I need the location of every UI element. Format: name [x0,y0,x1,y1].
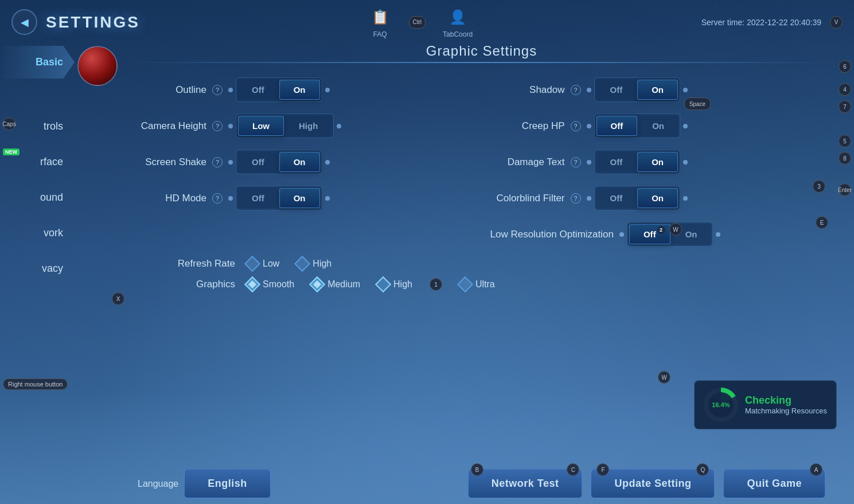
bottom-bar: Language English Network Test B C Update… [126,463,837,504]
colorblind-filter-on-btn[interactable]: On [637,188,678,208]
sidebar: Basic Caps trols NEW rface ound vork vac… [0,40,75,291]
camera-height-help[interactable]: ? [212,121,223,131]
checking-sublabel: Matchmaking Resources [745,407,827,415]
avatar [77,46,118,86]
low-res-setting: Low Resolution Optimization Of2f On E [490,222,832,247]
hd-mode-setting: HD Mode ? Off On [132,186,473,210]
sidebar-item-sound[interactable]: ound [0,181,75,214]
tabcoord-button[interactable]: 👤 TabCoord [443,6,473,38]
hd-mode-label: HD Mode [132,193,206,204]
graphics-medium-option[interactable]: Medium [311,279,360,290]
kbd-6: 6 [839,60,851,73]
graphics-label: Graphics [132,279,235,290]
camera-height-toggle-group: Low High [236,114,334,138]
hd-mode-on-btn[interactable]: On [279,188,320,208]
hd-mode-toggle: Off On [228,186,330,210]
colorblind-filter-help[interactable]: ? [571,193,581,204]
graphics-smooth-diamond [244,276,260,292]
refresh-low-diamond [244,256,260,272]
network-test-button[interactable]: Network Test [468,469,583,498]
refresh-rate-setting: Refresh Rate Low High W [126,247,837,275]
shadow-on-btn[interactable]: On [637,80,678,100]
update-setting-button[interactable]: Update Setting [591,469,715,498]
damage-text-setting: Damage Text ? Off On [490,150,832,174]
settings-grid: Outline ? Off On Shadow ? [126,77,837,247]
refresh-high-diamond [294,256,310,272]
shadow-help[interactable]: ? [571,85,581,95]
refresh-low-option[interactable]: Low [247,258,279,269]
sidebar-item-basic[interactable]: Basic [0,46,75,79]
shadow-off-btn[interactable]: Off [596,80,637,100]
hd-mode-help[interactable]: ? [212,193,223,204]
graphics-selector: Smooth Medium High 1 Ultra [247,278,495,291]
screen-shake-on-btn[interactable]: On [279,152,320,172]
screen-shake-toggle-group: Off On [236,150,322,174]
header: ◀ SETTINGS 📋 FAQ Ctrl 👤 TabCoord Server … [0,0,854,44]
progress-ring: 16.4% [704,388,738,422]
damage-text-toggle-group: Off On [594,150,681,174]
kbd-1: 1 [430,278,442,291]
faq-button[interactable]: 📋 FAQ [369,6,392,38]
outline-setting: Outline ? Off On [132,77,473,102]
refresh-high-option[interactable]: High [297,258,332,269]
graphics-smooth-option[interactable]: Smooth [247,279,294,290]
graphics-high-option[interactable]: High [377,279,412,290]
damage-text-on-btn[interactable]: On [637,152,678,172]
graphics-high-diamond [375,276,391,292]
damage-text-off-btn[interactable]: Off [596,152,637,172]
quit-game-button[interactable]: Quit Game [723,469,825,498]
outline-help[interactable]: ? [212,85,223,95]
kbd-x: X [112,292,124,305]
sidebar-item-network[interactable]: vork [0,217,75,249]
damage-text-help[interactable]: ? [571,157,581,167]
screen-shake-off-btn[interactable]: Off [238,152,278,172]
ctrl-kbd: Ctrl [409,16,426,29]
sidebar-item-controls[interactable]: trols [0,110,75,143]
hd-mode-toggle-group: Off On [236,186,322,210]
tabcoord-icon: 👤 [446,6,469,29]
shadow-setting: Shadow ? Off On [490,77,832,102]
screen-shake-setting: Screen Shake ? Off On [132,150,473,174]
creep-hp-label: Creep HP [490,120,565,132]
header-center: 📋 FAQ Ctrl 👤 TabCoord [369,6,473,38]
update-setting-wrapper: Update Setting F Q [591,469,715,498]
kbd-enter: Enter [839,183,851,196]
screen-shake-help[interactable]: ? [212,157,223,167]
screen-shake-toggle: Off On [228,150,330,174]
kbd-e: E [816,216,828,229]
graphics-ultra-option[interactable]: Ultra [459,279,495,290]
camera-high-btn[interactable]: High [285,116,332,136]
creep-hp-help[interactable]: ? [571,121,581,131]
shadow-toggle: Off On [587,77,688,102]
colorblind-filter-off-btn[interactable]: Off [596,188,637,208]
low-res-label: Low Resolution Optimization [490,229,614,240]
kbd-a: A [810,463,822,476]
new-badge: NEW [3,149,20,155]
outline-off-btn[interactable]: Off [238,80,278,100]
v-kbd: V [830,16,843,29]
network-test-wrapper: Network Test B C [468,469,583,498]
language-label: Language [138,479,178,489]
creep-hp-on-btn[interactable]: On [638,116,678,136]
creep-hp-toggle: Off On [587,114,688,138]
faq-label: FAQ [373,30,387,38]
bottom-actions: Network Test B C Update Setting F Q Quit… [468,469,825,498]
faq-icon: 📋 [369,6,392,29]
shadow-label: Shadow [490,84,565,96]
outline-on-btn[interactable]: On [279,80,320,100]
graphics-ultra-diamond [457,276,473,292]
kbd-w: W [669,223,682,236]
language-button[interactable]: English [184,469,271,498]
hd-mode-off-btn[interactable]: Off [238,188,278,208]
sidebar-item-interface[interactable]: NEW rface [0,146,75,178]
low-res-off-btn[interactable]: Of2f [629,224,670,244]
sidebar-item-privacy[interactable]: vacy [0,252,75,285]
back-button[interactable]: ◀ [11,9,37,35]
graphics-setting: Graphics Smooth Medium High 1 Ultra [126,275,837,294]
kbd-7: 7 [839,100,851,113]
kbd-4: 4 [839,83,851,96]
creep-hp-off-btn[interactable]: Off [596,116,638,136]
camera-low-btn[interactable]: Low [238,116,284,136]
section-title: Graphic Settings [126,43,837,59]
colorblind-filter-toggle: Off On [587,186,688,210]
